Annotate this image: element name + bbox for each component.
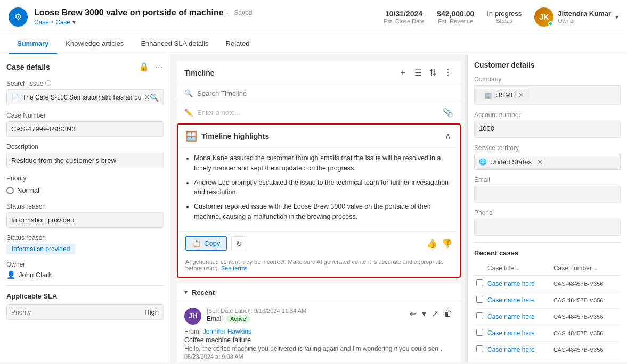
owner-row: 👤 John Clark [6,270,164,279]
search-issue-input[interactable]: 📄 The Cafe S-100 Semiautomatic has air b… [6,89,164,105]
tab-knowledge[interactable]: Knowledge articles [57,34,132,54]
priority-radio-icon[interactable] [6,187,14,194]
case-checkbox-2[interactable] [476,312,483,319]
timeline-container: Timeline ＋ ☰ ⇅ ⋮ 🔍 ✏️ Enter a note... 📎 [177,61,461,123]
remove-territory-icon[interactable]: ✕ [537,158,543,166]
clear-search-icon[interactable]: ✕ [144,94,150,101]
owner-field-label: Owner [6,261,164,268]
case-title-link-3[interactable]: Case name here [487,329,535,337]
owner-section[interactable]: JK Jittendra Kumar Owner ▾ [534,7,618,27]
owner-name: Jittendra Kumar [558,10,611,18]
status-meta: In progress Status [487,10,522,24]
see-terms-link[interactable]: See terms [221,265,248,271]
tab-related[interactable]: Related [217,34,258,54]
note-placeholder: Enter a note... [197,109,438,117]
sort-title-icon[interactable]: ⌄ [516,265,520,271]
copilot-icon: 🪟 [185,130,197,142]
priority-value: Normal [17,186,39,194]
email-sent-date: 08/23/2024 at 9:08 AM [184,353,453,360]
revenue-meta: $42,000.00 Est. Revenue [437,10,474,24]
search-issue-field: Search issue ⓘ 📄 The Cafe S-100 Semiauto… [6,79,164,105]
note-input-row[interactable]: ✏️ Enter a note... 📎 [177,102,461,123]
forward-icon[interactable]: ↗ [430,308,439,320]
description-value[interactable]: Residue from the customer's brew [6,153,164,168]
case-checkbox-1[interactable] [476,296,483,303]
email-type-label: Email [207,315,223,322]
right-section-divider [474,242,621,243]
case-checkbox-0[interactable] [476,279,483,286]
status-reason-value[interactable]: Information provided [6,212,164,228]
status-reason-label: Status reason [6,203,164,210]
case-number-value: CAS-47999-R9S3N3 [6,121,164,137]
thumbdown-icon[interactable]: 👎 [442,238,452,249]
search-timeline-icon: 🔍 [184,89,193,97]
remove-company-icon[interactable]: ✕ [518,91,524,99]
case-checkbox-3[interactable] [476,329,483,336]
owner-label: Owner [558,18,611,24]
panel-more-icon[interactable]: ··· [154,61,164,73]
cases-col-number: Case number ⌄ [551,261,621,276]
status-label: Status [496,18,512,24]
thumbup-icon[interactable]: 👍 [427,238,437,249]
collapse-highlights-icon[interactable]: ∧ [444,130,452,142]
add-timeline-icon[interactable]: ＋ [397,66,408,79]
attach-icon[interactable]: 📎 [443,107,453,118]
breadcrumb-case2[interactable]: Case [55,19,70,26]
delete-icon[interactable]: 🗑 [443,308,453,320]
email-item-header: JH [Sort Date Label]: 9/16/2024 11:34 AM… [184,308,453,325]
more-timeline-icon[interactable]: ⋮ [443,67,453,79]
case-number-4: CAS-48457B-V356 [551,341,621,358]
close-date-value: 10/31/2024 [384,10,424,18]
sort-timeline-icon[interactable]: ⇅ [428,67,437,79]
refresh-button[interactable]: ↻ [231,236,247,251]
email-value[interactable] [474,186,621,203]
tab-summary[interactable]: Summary [9,34,57,54]
sender-name-link[interactable]: Jennifer Hawkins [203,328,251,335]
search-timeline-input[interactable] [197,89,453,97]
reply-chevron-icon[interactable]: ▾ [421,308,427,320]
highlight-item-3: Customer reported issue with the Loose B… [194,202,452,222]
person-icon: 👤 [6,270,15,279]
highlights-body: Mona Kane assured the customer through e… [178,148,460,231]
case-checkbox-4[interactable] [476,345,483,352]
case-title-link-0[interactable]: Case name here [487,280,535,287]
service-territory-field: Service territory 🌐 United States ✕ [474,144,621,170]
priority-label: Priority [6,175,164,182]
feedback-row: 👍 👎 [427,238,452,249]
territory-tag: 🌐 United States ✕ [479,158,543,166]
phone-value[interactable] [474,219,621,236]
copy-button[interactable]: 📋 Copy [185,236,227,251]
timeline-header: Timeline ＋ ☰ ⇅ ⋮ [177,61,461,85]
timeline-title: Timeline [184,69,215,77]
highlights-footer: 📋 Copy ↻ 👍 👎 [178,231,460,255]
account-number-field: Account number 1000 [474,111,621,138]
company-label: Company [474,76,621,83]
sort-number-icon[interactable]: ⌄ [593,265,598,271]
revenue-value: $42,000.00 [437,10,474,18]
case-title-link-4[interactable]: Case name here [487,346,535,353]
case-title-link-2[interactable]: Case name here [487,313,535,320]
email-preview: Hello, the coffee machine you delivered … [184,345,453,352]
priority-field: Priority Normal [6,175,164,196]
panel-lock-icon[interactable]: 🔒 [137,61,150,73]
filter-timeline-icon[interactable]: ☰ [413,67,423,79]
recent-cases-title: Recent cases [474,249,621,257]
search-icon[interactable]: 🔍 [150,93,159,102]
email-type-row: Email Active [207,315,403,322]
status-reason-field: Status reason Information provided [6,203,164,228]
chevron-down-recent-icon: ▾ [184,288,188,296]
header-right: 10/31/2024 Est. Close Date $42,000.00 Es… [384,7,618,27]
case-title-link-1[interactable]: Case name here [487,296,535,304]
active-badge: Active [226,315,250,322]
recent-header[interactable]: ▾ Recent [177,283,461,302]
reply-icon[interactable]: ↩ [409,308,418,320]
breadcrumb-case1[interactable]: Case [34,19,49,26]
case-number-1: CAS-48457B-V356 [551,292,621,308]
tab-sla[interactable]: Enhanced SLA details [132,34,217,54]
owner-field-value: John Clark [19,271,52,279]
revenue-label: Est. Revenue [437,18,474,24]
cases-table: Case title ⌄ Case number ⌄ Case name her… [474,261,621,358]
close-date-label: Est. Close Date [384,18,424,24]
status-reason-tag: Information provided [6,244,75,254]
account-number-label: Account number [474,111,621,119]
